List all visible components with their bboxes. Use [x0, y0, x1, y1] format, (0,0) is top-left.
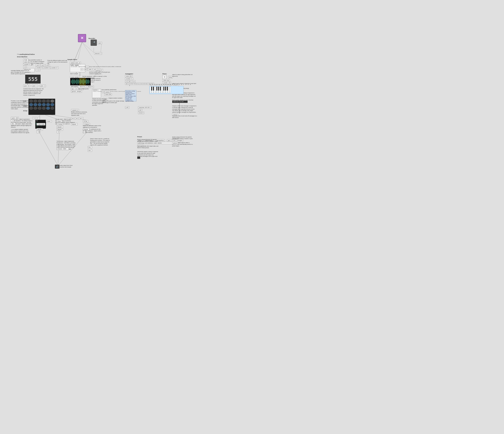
counter-0-1-2[interactable]: counter 0 1 [43, 67, 51, 69]
x-drum-node[interactable]: ✕ [23, 59, 26, 61]
drum-pad-lit[interactable] [42, 103, 46, 106]
sel-3-node[interactable]: sel 1 [79, 117, 83, 120]
num7[interactable]: 7 2 0 [36, 69, 40, 71]
L-hihat[interactable]: L [83, 131, 85, 133]
drum-pad-lit[interactable] [29, 103, 33, 106]
drum-pad-lit[interactable] [46, 107, 50, 110]
piano-key-white[interactable] [169, 87, 171, 93]
groove-e7-node[interactable]: groove E7 [96, 69, 103, 71]
x-piano-node[interactable]: ✕ [162, 75, 166, 79]
sel-2-node[interactable]: sel 1 [75, 117, 80, 120]
times5-snare[interactable]: ~5 [57, 131, 60, 133]
dac-node[interactable]: dac~ [11, 122, 15, 125]
counter-0-1-1[interactable]: counter 0 1 [36, 67, 44, 69]
x-small-node[interactable]: ✕ [102, 91, 104, 93]
drum-pad[interactable] [42, 107, 46, 110]
drum-pad[interactable] [38, 100, 41, 103]
drum-pad[interactable] [34, 107, 37, 110]
times5-kick[interactable]: ~5 [36, 131, 40, 133]
unpack-node[interactable]: unpack( 1) [71, 109, 79, 112]
p90-node[interactable]: p 90 [138, 109, 142, 112]
groove-sample-node[interactable]: groove~ sample [71, 90, 82, 93]
b-preset[interactable] [137, 156, 140, 159]
b-arp[interactable]: b [125, 80, 127, 83]
drum-pad[interactable] [42, 100, 46, 103]
star-drum-node[interactable]: * [26, 59, 29, 61]
main-x-node[interactable]: ✕ [78, 34, 86, 42]
uzi-b8-2[interactable]: uzi 8 [41, 64, 45, 67]
noise-node[interactable]: noise~ [46, 120, 52, 122]
num1000-node[interactable]: 1000 [88, 68, 92, 70]
1s-node[interactable]: 1 s [86, 66, 89, 68]
drum-pad[interactable] [29, 107, 33, 110]
sel-1-node[interactable]: sel 1 [71, 117, 75, 120]
counter-0-7[interactable]: counter 0 7 [50, 67, 58, 69]
bang-piano[interactable]: bang [168, 76, 173, 78]
num0-node[interactable]: 0 [81, 68, 83, 70]
drum-pad[interactable] [34, 100, 37, 103]
uzi-b8[interactable]: uzi 8 [36, 64, 40, 67]
7-2-0-node[interactable]: 7 2 0 [32, 117, 37, 119]
actions-node[interactable]: actions [172, 142, 178, 144]
biquad-1[interactable]: biquad~ [57, 126, 63, 128]
pos-neg-node[interactable]: -499.9772 [79, 86, 86, 88]
metro-200-drum[interactable]: metro 200 [23, 61, 31, 63]
drum-grid[interactable] [28, 99, 55, 115]
metro-piano[interactable]: metro 200 [162, 79, 170, 82]
smoove-node[interactable]: smoove~ 3000 [57, 148, 69, 150]
metro-200-groove[interactable]: metro 200 [104, 93, 112, 96]
loudness-node[interactable]: loudness 1 Outputs a message automatical… [92, 89, 101, 98]
slider-pot[interactable]: Resembles a sliding potentiometer, outpu… [125, 90, 136, 101]
times-c-node[interactable]: ~c [11, 119, 14, 122]
piano-keys-display[interactable] [149, 86, 184, 94]
makenote-node[interactable]: makenote 120 500 [172, 101, 188, 103]
drum-pad[interactable] [51, 100, 54, 103]
piano-key-black[interactable] [153, 87, 154, 91]
edit-mode-node[interactable]: 0 edit_mode [36, 123, 45, 125]
drum-pad-lit[interactable] [38, 103, 41, 106]
star-node2[interactable]: * [38, 117, 40, 119]
sim1-node[interactable]: sim 1, wrtsagen [172, 139, 183, 142]
piano-key-black[interactable] [156, 87, 157, 91]
biquad-type[interactable]: biquad~ [71, 123, 78, 125]
pack-e1[interactable]: pack : E1 [23, 85, 30, 87]
buffer-node[interactable]: buffer~ amples Use the buffer~ object as… [70, 64, 85, 72]
drum-pad[interactable] [38, 107, 41, 110]
counter-d1-node[interactable]: counter 0 1 [23, 63, 31, 66]
funnel-5[interactable]: funnel 5 [138, 112, 144, 114]
pos-pos-node[interactable]: 995.9774 [87, 86, 94, 88]
piano-key-black[interactable] [167, 87, 168, 91]
drecord-node[interactable]: drecord~ 2 [94, 52, 102, 55]
metro-200-arp[interactable]: metro 200 [125, 75, 133, 77]
1b-node[interactable]: 1 b [23, 66, 27, 68]
drum-pad-lit[interactable] [46, 103, 50, 106]
p90-arp[interactable]: p 90 [125, 106, 129, 109]
piano-key-black[interactable] [158, 87, 159, 91]
drum-pad-lit[interactable] [34, 103, 37, 106]
counter-piano[interactable]: counter 1 9b [162, 82, 171, 84]
lowhat-node[interactable]: 0 lowhat [57, 123, 63, 125]
counter-4-1[interactable]: counter 4 1 [125, 78, 133, 80]
piano-key-black[interactable] [160, 87, 161, 91]
random-node[interactable]: random [104, 91, 110, 93]
spk1-node[interactable]: spk 1 [167, 139, 172, 142]
pack-1[interactable]: pack : 1 [32, 85, 38, 87]
drum-pad[interactable] [29, 100, 33, 103]
num500-node[interactable]: 500 [84, 68, 87, 70]
open-button[interactable]: open [98, 42, 102, 44]
biquad-snare[interactable]: biquad~ [57, 128, 63, 130]
piano-key-black[interactable] [151, 87, 152, 91]
drum-pad-lit[interactable] [51, 103, 54, 106]
cycle-100-node[interactable]: cycle~ 100 [11, 117, 19, 119]
uzi-b8-3[interactable]: uzi 8 [45, 64, 50, 67]
pattrstorage-node[interactable]: pattrstorage control @buttons 1 @dtr 1 @… [137, 142, 174, 144]
drum-pad[interactable] [51, 107, 54, 110]
drum-pad[interactable] [46, 100, 50, 103]
biquad-kick[interactable]: biquad~ [36, 128, 43, 130]
pack-2[interactable]: pack : 2 [40, 85, 46, 87]
line-node[interactable]: line~ [88, 146, 92, 148]
replace-aram-node[interactable]: replace aram_af [70, 62, 81, 64]
biquad-hihat[interactable]: biquad~ [83, 128, 90, 130]
list-arp[interactable]: list 1 2 3 4 [128, 80, 135, 83]
mic-node[interactable]: 🎤 [91, 40, 97, 46]
